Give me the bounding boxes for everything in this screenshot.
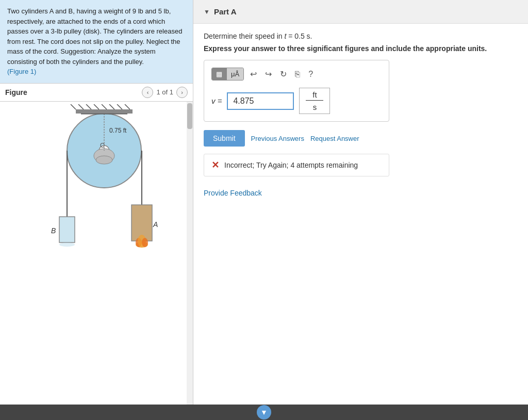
express-line: Express your answer to three significant… bbox=[204, 44, 518, 53]
previous-answers-link[interactable]: Previous Answers bbox=[251, 135, 304, 142]
svg-point-4 bbox=[96, 156, 112, 164]
format-btn-2[interactable]: μÅ bbox=[227, 68, 243, 80]
svg-line-20 bbox=[109, 104, 114, 109]
scrollbar-thumb[interactable] bbox=[187, 103, 192, 129]
bottom-nav-icon[interactable]: ▼ bbox=[257, 405, 271, 419]
keyboard-button[interactable]: ⎘ bbox=[293, 69, 302, 80]
left-panel: Two cylinders A and B, having a weight o… bbox=[0, 0, 193, 405]
figure-nav: ‹ 1 of 1 › bbox=[142, 87, 188, 98]
svg-rect-14 bbox=[76, 109, 133, 114]
v-label: v = bbox=[211, 96, 222, 105]
error-box: ✕ Incorrect; Try Again; 4 attempts remai… bbox=[204, 154, 389, 176]
figure-image-area: O 0.75 ft bbox=[0, 102, 193, 256]
part-a-body: Determine their speed in t = 0.5 s. Expr… bbox=[193, 24, 528, 205]
svg-point-26 bbox=[142, 238, 148, 247]
svg-point-27 bbox=[59, 243, 75, 247]
right-panel: ▼ Part A Determine their speed in t = 0.… bbox=[193, 0, 528, 405]
figure-page-label: 1 of 1 bbox=[156, 88, 173, 96]
unit-fraction: ft s bbox=[299, 88, 330, 114]
svg-text:B: B bbox=[51, 227, 56, 235]
input-row: v = ft s bbox=[211, 88, 382, 114]
figure-next-button[interactable]: › bbox=[176, 87, 188, 98]
svg-line-22 bbox=[125, 104, 130, 109]
error-icon: ✕ bbox=[211, 159, 219, 171]
submit-button[interactable]: Submit bbox=[204, 130, 245, 147]
svg-line-18 bbox=[94, 104, 99, 109]
answer-box: ▩ μÅ ↩ ↪ ↻ ⎘ ? v = ft s bbox=[204, 60, 389, 122]
bottom-bar: ▼ bbox=[0, 405, 528, 420]
svg-line-16 bbox=[78, 104, 84, 109]
svg-text:A: A bbox=[153, 220, 158, 229]
determine-line: Determine their speed in t = 0.5 s. bbox=[204, 32, 518, 40]
svg-rect-8 bbox=[59, 217, 75, 243]
figure-section: Figure ‹ 1 of 1 › O bbox=[0, 83, 193, 405]
format-btn-1[interactable]: ▩ bbox=[212, 68, 227, 80]
scrollbar-track[interactable] bbox=[187, 102, 193, 405]
figure-title: Figure bbox=[5, 88, 27, 96]
problem-description: Two cylinders A and B, having a weight o… bbox=[7, 7, 182, 66]
figure-header: Figure ‹ 1 of 1 › bbox=[0, 83, 193, 102]
figure-link[interactable]: (Figure 1) bbox=[7, 68, 36, 75]
svg-line-17 bbox=[86, 104, 91, 109]
figure-canvas: O 0.75 ft bbox=[0, 102, 193, 405]
unit-numerator: ft bbox=[306, 90, 323, 101]
feedback-link[interactable]: Provide Feedback bbox=[204, 189, 262, 197]
part-a-label: Part A bbox=[214, 7, 237, 16]
figure-prev-button[interactable]: ‹ bbox=[142, 87, 153, 98]
svg-text:0.75 ft: 0.75 ft bbox=[109, 127, 127, 134]
pulley-diagram: O 0.75 ft bbox=[19, 104, 174, 254]
answer-toolbar: ▩ μÅ ↩ ↪ ↻ ⎘ ? bbox=[211, 68, 382, 80]
help-button[interactable]: ? bbox=[306, 69, 315, 80]
svg-line-15 bbox=[71, 104, 76, 109]
request-answer-link[interactable]: Request Answer bbox=[310, 135, 359, 142]
svg-line-19 bbox=[102, 104, 107, 109]
error-text: Incorrect; Try Again; 4 attempts remaini… bbox=[224, 161, 358, 169]
format-btn-group: ▩ μÅ bbox=[211, 68, 244, 80]
redo-button[interactable]: ↪ bbox=[263, 68, 274, 80]
answer-input[interactable] bbox=[227, 92, 294, 110]
collapse-arrow-icon[interactable]: ▼ bbox=[204, 8, 210, 15]
svg-line-21 bbox=[117, 104, 122, 109]
submit-row: Submit Previous Answers Request Answer bbox=[204, 130, 518, 147]
unit-denominator: s bbox=[306, 102, 323, 111]
part-a-header: ▼ Part A bbox=[193, 0, 528, 24]
problem-text: Two cylinders A and B, having a weight o… bbox=[0, 0, 193, 83]
reset-button[interactable]: ↻ bbox=[278, 68, 289, 80]
undo-button[interactable]: ↩ bbox=[248, 68, 259, 80]
